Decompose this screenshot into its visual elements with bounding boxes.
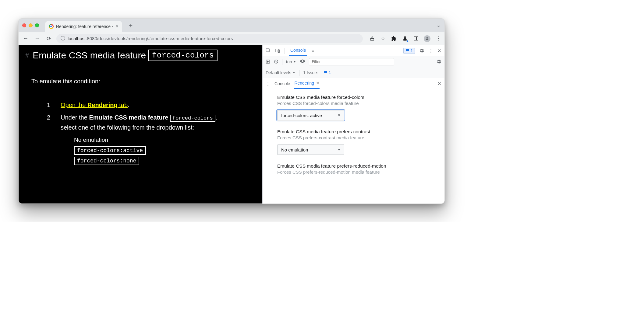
tabs-menu-button[interactable]: ⌄	[436, 22, 441, 29]
rendering-title: Emulate CSS media feature forced-colors	[277, 95, 430, 100]
open-rendering-link[interactable]: Open the Rendering tab	[61, 102, 128, 108]
chrome-favicon-icon	[49, 24, 54, 29]
option-forced-colors-none: forced-colors:none	[74, 157, 139, 165]
address-bar[interactable]: ⓘ localhost:8080/docs/devtools/rendering…	[56, 34, 363, 43]
side-panel-icon[interactable]	[413, 36, 419, 42]
drawer-tab-rendering[interactable]: Rendering ✕	[294, 78, 320, 89]
svg-line-9	[275, 61, 278, 63]
rendering-panel: Emulate CSS media feature forced-colors …	[263, 89, 444, 203]
site-info-icon[interactable]: ⓘ	[61, 36, 65, 41]
browser-tab[interactable]: Rendering: feature reference - ×	[45, 21, 122, 32]
window-controls	[22, 23, 39, 27]
svg-rect-4	[266, 49, 269, 51]
devtools-panel: Console » 1 ⋮ ✕	[262, 45, 444, 203]
flask-icon[interactable]	[402, 36, 408, 42]
option-no-emulation: No emulation	[74, 137, 256, 143]
code-forced-colors: forced-colors	[170, 115, 215, 122]
step-1: 1 Open the Rendering tab.	[47, 102, 256, 109]
share-icon[interactable]	[369, 36, 375, 42]
console-levels-row: Default levels▼ 1 Issue: 1	[263, 67, 444, 78]
content-area: # Emulate CSS media feature forced-color…	[19, 45, 444, 203]
tab-title: Rendering: feature reference -	[56, 24, 113, 29]
live-expression-icon[interactable]	[300, 58, 305, 65]
maximize-window-button[interactable]	[35, 23, 39, 27]
option-forced-colors-active: forced-colors:active	[74, 146, 146, 155]
svg-point-3	[426, 37, 428, 39]
reload-button[interactable]: ⟳	[45, 35, 53, 43]
step-number: 2	[47, 114, 50, 121]
device-toolbar-icon[interactable]	[275, 48, 280, 53]
rendering-group-prefers-reduced-motion: Emulate CSS media feature prefers-reduce…	[277, 163, 430, 175]
rendering-title: Emulate CSS media feature prefers-contra…	[277, 129, 430, 134]
rendering-desc: Forces CSS forced-colors media feature	[277, 101, 430, 106]
bookmark-star-icon[interactable]: ☆	[380, 36, 386, 42]
rendering-title: Emulate CSS media feature prefers-reduce…	[277, 163, 430, 169]
heading-code: forced-colors	[148, 50, 218, 61]
devtools-close-button[interactable]: ✕	[437, 48, 441, 54]
devtools-tab-console[interactable]: Console	[289, 45, 307, 56]
devtools-main-toolbar: Console » 1 ⋮ ✕	[263, 45, 444, 56]
minimize-window-button[interactable]	[29, 23, 33, 27]
rendering-group-forced-colors: Emulate CSS media feature forced-colors …	[277, 95, 430, 120]
chevron-down-icon: ▼	[337, 148, 341, 152]
rendering-tab-close-icon[interactable]: ✕	[316, 81, 320, 85]
url-text: localhost:8080/docs/devtools/rendering/#…	[68, 36, 233, 41]
log-levels-selector[interactable]: Default levels▼	[266, 70, 295, 75]
console-execute-icon[interactable]	[266, 59, 270, 64]
settings-gear-icon[interactable]	[419, 48, 424, 53]
more-tabs-button[interactable]: »	[311, 48, 314, 53]
new-tab-button[interactable]: ＋	[128, 21, 134, 30]
rendering-group-prefers-contrast: Emulate CSS media feature prefers-contra…	[277, 129, 430, 155]
anchor-hash-icon[interactable]: #	[25, 51, 29, 59]
rendering-desc: Forces CSS prefers-contrast media featur…	[277, 135, 430, 140]
option-list: No emulation forced-colors:active forced…	[74, 137, 256, 164]
tab-close-button[interactable]: ×	[116, 24, 119, 29]
issues-chip[interactable]: 1	[403, 48, 415, 54]
prefers-contrast-select[interactable]: No emulation▼	[277, 144, 344, 155]
forced-colors-select[interactable]: forced-colors: active▼	[277, 110, 344, 120]
page-heading: # Emulate CSS media feature forced-color…	[25, 50, 256, 61]
console-filter-input[interactable]	[309, 58, 394, 65]
svg-rect-1	[414, 37, 418, 40]
back-button[interactable]: ←	[22, 35, 30, 43]
intro-text: To emulate this condition:	[31, 78, 256, 85]
drawer-menu-button[interactable]: ⋮	[266, 81, 270, 86]
article-page: # Emulate CSS media feature forced-color…	[19, 45, 262, 203]
console-settings-icon[interactable]	[436, 59, 441, 64]
toolbar-actions: ☆ ⋮	[369, 35, 441, 42]
close-window-button[interactable]	[22, 23, 26, 27]
steps-list: 1 Open the Rendering tab. 2 Under the Em…	[47, 102, 256, 131]
chevron-down-icon: ▼	[337, 113, 341, 117]
inspect-element-icon[interactable]	[266, 48, 271, 53]
drawer-close-button[interactable]: ✕	[437, 81, 441, 86]
step-2-line2: select one of the following from the dro…	[61, 124, 217, 131]
context-selector[interactable]: top▼	[286, 59, 296, 64]
issues-label: 1 Issue:	[303, 70, 318, 75]
issues-count-chip[interactable]: 1	[322, 70, 333, 76]
heading-text: Emulate CSS media feature	[33, 50, 146, 61]
browser-menu-button[interactable]: ⋮	[435, 36, 441, 42]
drawer-tabstrip: ⋮ Console Rendering ✕ ✕	[263, 78, 444, 89]
extensions-icon[interactable]	[391, 36, 397, 42]
profile-avatar[interactable]	[424, 35, 430, 42]
drawer-tab-console[interactable]: Console	[274, 78, 290, 89]
step-2: 2 Under the Emulate CSS media feature fo…	[47, 114, 256, 131]
toolbar: ← → ⟳ ⓘ localhost:8080/docs/devtools/ren…	[19, 32, 444, 45]
tab-strip: Rendering: feature reference - × ＋ ⌄	[19, 19, 444, 32]
step-number: 1	[47, 102, 50, 109]
clear-console-icon[interactable]	[274, 59, 278, 64]
rendering-desc: Forces CSS prefers-reduced-motion media …	[277, 169, 430, 175]
devtools-menu-button[interactable]: ⋮	[429, 48, 433, 54]
forward-button[interactable]: →	[33, 35, 41, 43]
console-toolbar: top▼	[263, 56, 444, 67]
browser-window: Rendering: feature reference - × ＋ ⌄ ← →…	[18, 18, 445, 204]
